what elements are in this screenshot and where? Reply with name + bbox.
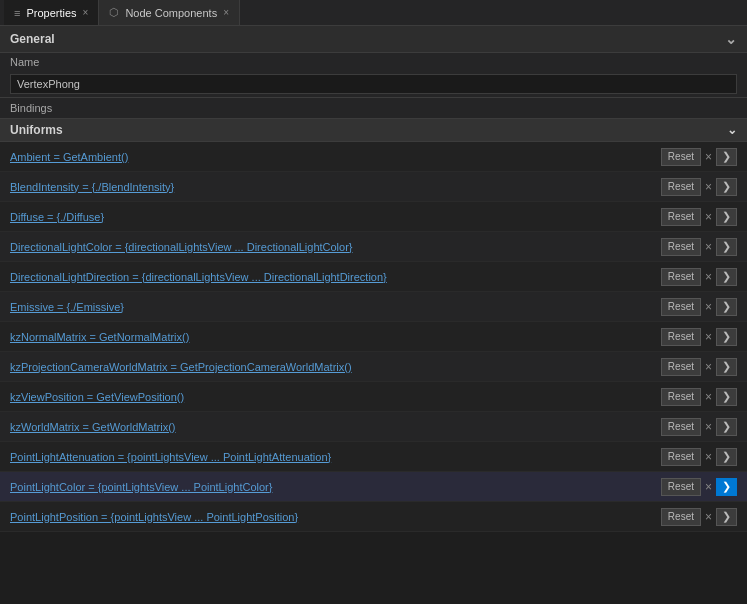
uniform-row: Emissive = {./Emissive}Reset×❯ (0, 292, 747, 322)
uniforms-title: Uniforms (10, 123, 63, 137)
reset-button-9[interactable]: Reset (661, 388, 701, 406)
uniform-text-3[interactable]: Diffuse = {./Diffuse} (10, 211, 657, 223)
uniform-row: BlendIntensity = {./BlendIntensity}Reset… (0, 172, 747, 202)
remove-button-3[interactable]: × (701, 208, 716, 226)
general-title: General (10, 32, 55, 46)
remove-button-10[interactable]: × (701, 418, 716, 436)
uniform-text-9[interactable]: kzViewPosition = GetViewPosition() (10, 391, 657, 403)
uniform-text-11[interactable]: PointLightAttenuation = {pointLightsView… (10, 451, 657, 463)
uniform-row: PointLightColor = {pointLightsView ... P… (0, 472, 747, 502)
remove-button-8[interactable]: × (701, 358, 716, 376)
remove-button-9[interactable]: × (701, 388, 716, 406)
remove-button-4[interactable]: × (701, 238, 716, 256)
tab-node-components-close[interactable]: × (223, 7, 229, 18)
general-chevron: ⌄ (725, 31, 737, 47)
tab-bar: ≡ Properties × ⬡ Node Components × (0, 0, 747, 26)
reset-button-6[interactable]: Reset (661, 298, 701, 316)
navigate-button-1[interactable]: ❯ (716, 148, 737, 166)
reset-button-7[interactable]: Reset (661, 328, 701, 346)
uniform-rows-container: Ambient = GetAmbient()Reset×❯BlendIntens… (0, 142, 747, 572)
reset-button-10[interactable]: Reset (661, 418, 701, 436)
tab-node-components-label: Node Components (125, 7, 217, 19)
uniform-row: DirectionalLightDirection = {directional… (0, 262, 747, 292)
navigate-button-7[interactable]: ❯ (716, 328, 737, 346)
uniform-row: DirectionalLightColor = {directionalLigh… (0, 232, 747, 262)
uniform-row: Ambient = GetAmbient()Reset×❯ (0, 142, 747, 172)
uniform-row: kzViewPosition = GetViewPosition()Reset×… (0, 382, 747, 412)
uniform-text-12[interactable]: PointLightColor = {pointLightsView ... P… (10, 481, 657, 493)
reset-button-3[interactable]: Reset (661, 208, 701, 226)
uniform-row: PointLightAttenuation = {pointLightsView… (0, 442, 747, 472)
navigate-button-13[interactable]: ❯ (716, 508, 737, 526)
uniform-text-8[interactable]: kzProjectionCameraWorldMatrix = GetProje… (10, 361, 657, 373)
remove-button-2[interactable]: × (701, 178, 716, 196)
navigate-button-11[interactable]: ❯ (716, 448, 737, 466)
navigate-button-6[interactable]: ❯ (716, 298, 737, 316)
reset-button-8[interactable]: Reset (661, 358, 701, 376)
uniforms-header[interactable]: Uniforms ⌄ (0, 118, 747, 142)
uniform-row: kzProjectionCameraWorldMatrix = GetProje… (0, 352, 747, 382)
remove-button-12[interactable]: × (701, 478, 716, 496)
reset-button-13[interactable]: Reset (661, 508, 701, 526)
reset-button-12[interactable]: Reset (661, 478, 701, 496)
name-field-row: Name (0, 53, 747, 71)
node-icon: ⬡ (109, 6, 119, 19)
name-label: Name (10, 56, 70, 68)
navigate-button-8[interactable]: ❯ (716, 358, 737, 376)
navigate-button-5[interactable]: ❯ (716, 268, 737, 286)
general-header[interactable]: General ⌄ (0, 26, 747, 53)
uniform-row: kzNormalMatrix = GetNormalMatrix()Reset×… (0, 322, 747, 352)
uniform-row: kzWorldMatrix = GetWorldMatrix()Reset×❯ (0, 412, 747, 442)
uniform-text-4[interactable]: DirectionalLightColor = {directionalLigh… (10, 241, 657, 253)
reset-button-5[interactable]: Reset (661, 268, 701, 286)
tab-node-components[interactable]: ⬡ Node Components × (99, 0, 240, 25)
reset-button-4[interactable]: Reset (661, 238, 701, 256)
navigate-button-3[interactable]: ❯ (716, 208, 737, 226)
navigate-button-2[interactable]: ❯ (716, 178, 737, 196)
remove-button-6[interactable]: × (701, 298, 716, 316)
bindings-label: Bindings (0, 98, 747, 118)
name-input[interactable] (10, 74, 737, 94)
uniform-text-2[interactable]: BlendIntensity = {./BlendIntensity} (10, 181, 657, 193)
navigate-button-12[interactable]: ❯ (716, 478, 737, 496)
remove-button-13[interactable]: × (701, 508, 716, 526)
reset-button-1[interactable]: Reset (661, 148, 701, 166)
tab-properties[interactable]: ≡ Properties × (4, 0, 99, 25)
reset-button-11[interactable]: Reset (661, 448, 701, 466)
uniform-text-1[interactable]: Ambient = GetAmbient() (10, 151, 657, 163)
tab-properties-close[interactable]: × (83, 7, 89, 18)
reset-button-2[interactable]: Reset (661, 178, 701, 196)
uniform-text-13[interactable]: PointLightPosition = {pointLightsView ..… (10, 511, 657, 523)
navigate-button-10[interactable]: ❯ (716, 418, 737, 436)
tab-properties-label: Properties (26, 7, 76, 19)
uniform-row: PointLightPosition = {pointLightsView ..… (0, 502, 747, 532)
remove-button-5[interactable]: × (701, 268, 716, 286)
remove-button-11[interactable]: × (701, 448, 716, 466)
uniform-text-6[interactable]: Emissive = {./Emissive} (10, 301, 657, 313)
navigate-button-9[interactable]: ❯ (716, 388, 737, 406)
remove-button-7[interactable]: × (701, 328, 716, 346)
uniform-text-10[interactable]: kzWorldMatrix = GetWorldMatrix() (10, 421, 657, 433)
name-input-row (0, 71, 747, 97)
uniform-text-5[interactable]: DirectionalLightDirection = {directional… (10, 271, 657, 283)
remove-button-1[interactable]: × (701, 148, 716, 166)
navigate-button-4[interactable]: ❯ (716, 238, 737, 256)
list-icon: ≡ (14, 7, 20, 19)
uniforms-chevron: ⌄ (727, 123, 737, 137)
general-section: General ⌄ Name (0, 26, 747, 98)
uniform-row: Diffuse = {./Diffuse}Reset×❯ (0, 202, 747, 232)
uniform-text-7[interactable]: kzNormalMatrix = GetNormalMatrix() (10, 331, 657, 343)
